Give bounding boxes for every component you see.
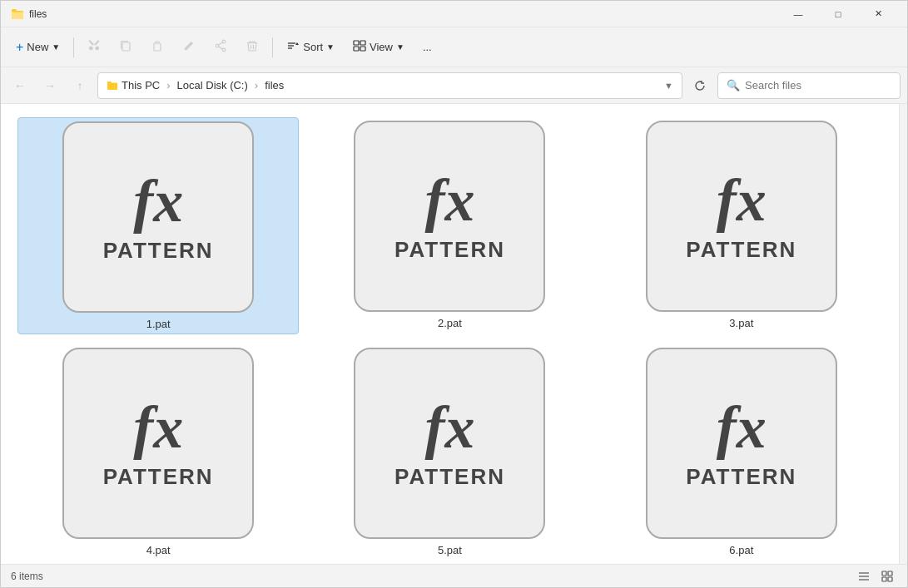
fx-label-6: PATTERN	[686, 464, 796, 490]
file-thumbnail-1: fx PATTERN	[62, 121, 254, 313]
rename-icon	[182, 39, 196, 55]
title-bar: files — □ ✕	[1, 1, 907, 27]
rename-button[interactable]	[174, 32, 204, 62]
more-button[interactable]: ...	[414, 32, 440, 62]
view-button[interactable]: View ▼	[345, 32, 413, 62]
new-label: New	[27, 41, 48, 53]
svg-rect-14	[360, 41, 365, 45]
details-view-icon	[858, 571, 870, 582]
toolbar-sep-1	[73, 37, 74, 57]
path-folder-icon	[107, 80, 118, 91]
fx-label-2: PATTERN	[394, 237, 505, 263]
file-item-6[interactable]: fx PATTERN 6.pat	[601, 344, 882, 560]
svg-rect-13	[354, 41, 359, 45]
breadcrumb-sep-1: ›	[166, 79, 170, 91]
toolbar: + New ▼	[1, 27, 907, 67]
up-button[interactable]: ↑	[67, 73, 92, 98]
paste-icon	[151, 39, 164, 55]
sort-button[interactable]: Sort ▼	[278, 32, 343, 62]
sort-icon	[286, 39, 300, 55]
file-item-2[interactable]: fx PATTERN 2.pat	[309, 117, 590, 334]
svg-rect-0	[122, 42, 130, 51]
svg-point-2	[222, 40, 226, 43]
title-bar-left: files	[11, 7, 47, 21]
search-box[interactable]: 🔍	[717, 72, 901, 99]
new-button[interactable]: + New ▼	[7, 32, 68, 62]
file-name-6: 6.pat	[729, 544, 753, 556]
search-icon: 🔍	[727, 79, 740, 91]
cut-button[interactable]	[79, 32, 109, 62]
fx-icon-6: fx	[717, 398, 767, 457]
copy-button[interactable]	[111, 32, 141, 62]
fx-icon-1: fx	[133, 171, 183, 231]
svg-point-4	[216, 44, 219, 47]
file-thumbnail-4: fx PATTERN	[62, 348, 254, 539]
file-name-3: 3.pat	[729, 317, 753, 329]
folder-icon	[11, 7, 24, 21]
grid-view-button[interactable]	[877, 566, 897, 586]
sort-label: Sort	[303, 41, 323, 53]
scrollbar-track	[899, 104, 907, 564]
search-input[interactable]	[745, 79, 891, 91]
details-view-button[interactable]	[854, 566, 874, 586]
status-icons	[854, 566, 897, 586]
svg-rect-1	[154, 43, 161, 51]
minimize-button[interactable]: —	[779, 1, 817, 27]
window-title: files	[29, 8, 47, 20]
breadcrumb-sep-2: ›	[255, 79, 258, 91]
share-icon	[214, 39, 227, 55]
svg-line-6	[219, 47, 223, 49]
file-item-1[interactable]: fx PATTERN 1.pat	[17, 117, 299, 334]
paste-button[interactable]	[142, 32, 172, 62]
breadcrumb-local-disk[interactable]: Local Disk (C:)	[177, 79, 248, 91]
file-name-1: 1.pat	[146, 318, 171, 330]
fx-icon-2: fx	[424, 170, 474, 230]
back-button[interactable]: ←	[7, 73, 32, 98]
breadcrumb-this-pc[interactable]: This PC	[122, 79, 160, 91]
fx-icon-5: fx	[424, 398, 474, 457]
svg-rect-16	[360, 47, 365, 51]
fx-label-5: PATTERN	[394, 464, 505, 490]
svg-rect-7	[247, 42, 257, 43]
address-chevron-icon: ▼	[664, 81, 673, 91]
delete-button[interactable]	[237, 32, 267, 62]
file-thumbnail-3: fx PATTERN	[646, 121, 837, 312]
sort-chevron-icon: ▼	[326, 42, 335, 52]
svg-rect-20	[882, 571, 886, 576]
file-item-3[interactable]: fx PATTERN 3.pat	[601, 117, 882, 334]
view-icon	[353, 39, 366, 55]
fx-icon-3: fx	[717, 170, 767, 230]
new-icon: +	[16, 40, 23, 55]
fx-label-1: PATTERN	[103, 238, 214, 264]
file-item-4[interactable]: fx PATTERN 4.pat	[17, 344, 299, 560]
refresh-button[interactable]	[687, 73, 712, 98]
file-name-4: 4.pat	[146, 544, 171, 556]
view-chevron-icon: ▼	[396, 42, 404, 52]
file-grid: fx PATTERN 1.pat fx PATTERN 2.pat fx PAT…	[14, 114, 886, 563]
delete-icon	[246, 39, 259, 55]
file-item-5[interactable]: fx PATTERN 5.pat	[309, 344, 590, 560]
address-bar: ← → ↑ This PC › Local Disk (C:) › files …	[1, 67, 907, 104]
svg-rect-22	[882, 577, 886, 581]
share-button[interactable]	[206, 32, 236, 62]
fx-label-3: PATTERN	[686, 237, 796, 263]
fx-label-4: PATTERN	[103, 464, 214, 490]
status-count: 6 items	[11, 571, 43, 582]
new-chevron-icon: ▼	[52, 42, 60, 52]
file-thumbnail-5: fx PATTERN	[354, 348, 545, 539]
view-label: View	[370, 41, 393, 53]
status-bar: 6 items	[1, 564, 907, 587]
close-button[interactable]: ✕	[859, 1, 897, 27]
breadcrumb-files[interactable]: files	[265, 79, 284, 91]
content-area: fx PATTERN 1.pat fx PATTERN 2.pat fx PAT…	[1, 104, 899, 564]
file-name-2: 2.pat	[438, 317, 462, 329]
maximize-button[interactable]: □	[819, 1, 857, 27]
title-bar-controls: — □ ✕	[779, 1, 897, 27]
refresh-icon	[694, 80, 706, 91]
forward-button[interactable]: →	[37, 73, 62, 98]
svg-rect-15	[354, 47, 359, 51]
cut-icon	[87, 39, 101, 55]
copy-icon	[119, 39, 132, 55]
toolbar-sep-2	[272, 37, 273, 57]
address-box[interactable]: This PC › Local Disk (C:) › files ▼	[97, 72, 682, 99]
